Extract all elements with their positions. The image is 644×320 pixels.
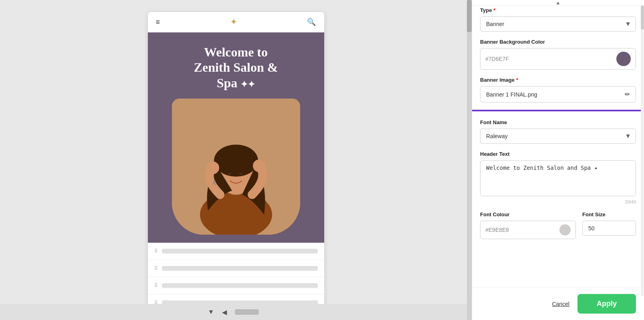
- phone-logo: ✦: [230, 17, 237, 27]
- font-size-section: Font Size: [582, 211, 636, 239]
- required-star: *: [516, 77, 518, 83]
- list-item: ⠿: [148, 260, 324, 277]
- search-icon[interactable]: 🔍: [307, 18, 316, 26]
- banner-image-label: Banner Image *: [480, 77, 636, 83]
- font-colour-text[interactable]: [485, 227, 555, 233]
- banner-image-filename: Banner 1 FINAL.png: [486, 91, 621, 98]
- font-settings-row: Font Colour Font Size: [480, 211, 636, 246]
- scroll-up-indicator[interactable]: ▲: [472, 0, 644, 6]
- header-text-label: Header Text: [480, 151, 636, 157]
- drag-handle: ⠿: [154, 248, 158, 254]
- cancel-button[interactable]: Cancel: [552, 301, 569, 307]
- edit-icon[interactable]: ✏: [625, 91, 630, 98]
- svg-point-6: [253, 159, 266, 172]
- apply-button[interactable]: Apply: [577, 294, 636, 314]
- banner-section: Welcome toZenith Salon &Spa ✦✦: [148, 32, 324, 243]
- banner-bg-color-text[interactable]: [485, 56, 612, 62]
- list-item: ⠿: [148, 243, 324, 260]
- font-size-input[interactable]: [582, 221, 636, 236]
- right-scrollbar-thumb: [641, 6, 644, 30]
- header-text-input[interactable]: Welcome to Zenith Salon and Spa ✦: [480, 160, 636, 196]
- font-colour-input[interactable]: [480, 221, 576, 239]
- banner-bg-color-label: Banner Background Color: [480, 39, 636, 45]
- banner-bg-color-section: Banner Background Color: [480, 39, 636, 70]
- drag-handle: ⠿: [154, 266, 158, 271]
- type-select[interactable]: Banner Carousel Grid: [480, 16, 636, 32]
- right-panel-scroll[interactable]: Type * Banner Carousel Grid ▼ Banner Bac…: [472, 0, 644, 287]
- font-colour-section: Font Colour: [480, 211, 576, 239]
- right-panel: ▲ Type * Banner Carousel Grid ▼ Banner B…: [472, 0, 644, 320]
- chevron-up-icon[interactable]: ▲: [556, 0, 561, 6]
- list-item: ⠿: [148, 277, 324, 294]
- banner-bg-color-input[interactable]: [480, 48, 636, 70]
- type-select-wrapper[interactable]: Banner Carousel Grid ▼: [480, 16, 636, 32]
- char-count: 33/40: [480, 199, 636, 204]
- font-name-section: Font Name Raleway Arial Georgia Roboto ▼: [480, 119, 636, 144]
- banner-image-input[interactable]: Banner 1 FINAL.png ✏: [480, 86, 636, 103]
- font-name-select[interactable]: Raleway Arial Georgia Roboto: [480, 129, 636, 144]
- font-name-label: Font Name: [480, 119, 636, 125]
- required-star: *: [493, 7, 495, 13]
- bottom-action-bar: Cancel Apply: [472, 287, 644, 320]
- banner-bg-color-swatch[interactable]: [616, 52, 631, 66]
- type-section: Type * Banner Carousel Grid ▼: [480, 7, 636, 32]
- font-name-select-wrapper[interactable]: Raleway Arial Georgia Roboto ▼: [480, 129, 636, 144]
- font-colour-swatch[interactable]: [559, 224, 571, 235]
- banner-image: [172, 99, 300, 235]
- right-scrollbar[interactable]: [641, 6, 644, 296]
- preview-scrollbar[interactable]: [467, 0, 472, 320]
- bottom-nav-bar: ▼ ◀: [0, 304, 467, 320]
- phone-frame: ≡ ✦ 🔍 Welcome toZenith Salon &Spa ✦✦: [148, 12, 324, 320]
- hamburger-icon[interactable]: ≡: [156, 18, 160, 26]
- svg-point-5: [206, 161, 219, 174]
- purple-separator: [472, 110, 644, 111]
- font-size-label: Font Size: [582, 211, 636, 217]
- header-text-section: Header Text Welcome to Zenith Salon and …: [480, 151, 636, 204]
- banner-title: Welcome toZenith Salon &Spa ✦✦: [194, 44, 278, 91]
- preview-area: ≡ ✦ 🔍 Welcome toZenith Salon &Spa ✦✦: [0, 0, 472, 320]
- scroll-down-arrow[interactable]: ▼: [208, 308, 214, 316]
- font-colour-label: Font Colour: [480, 211, 576, 217]
- svg-point-4: [214, 145, 258, 177]
- drag-handle: ⠿: [154, 283, 158, 288]
- phone-header: ≡ ✦ 🔍: [148, 12, 324, 32]
- scroll-left-arrow[interactable]: ◀: [222, 308, 227, 316]
- banner-image-section: Banner Image * Banner 1 FINAL.png ✏: [480, 77, 636, 103]
- type-label: Type *: [480, 7, 636, 13]
